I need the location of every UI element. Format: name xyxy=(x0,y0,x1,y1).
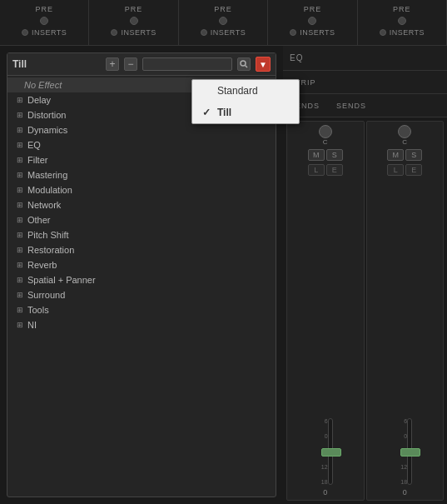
list-item[interactable]: ⊞ Mastering xyxy=(7,167,276,182)
search-bar[interactable] xyxy=(142,57,232,71)
scale-tick-1a: 6 xyxy=(321,418,328,424)
sends-row: SENDS SENDS xyxy=(283,94,447,117)
list-item[interactable]: ⊞ EQ xyxy=(7,137,276,152)
pan-value-2: C xyxy=(398,138,411,146)
e-button-2[interactable]: E xyxy=(405,164,422,176)
m-button-1[interactable]: M xyxy=(308,149,325,161)
knob-area-1: C xyxy=(319,125,332,146)
right-panel: EQ STRIP SENDS SENDS C M xyxy=(283,46,447,504)
le-row-2: L E xyxy=(387,164,422,176)
l-button-1[interactable]: L xyxy=(308,164,325,176)
list-item[interactable]: ⊞ Network xyxy=(7,197,276,212)
expand-icon: ⊞ xyxy=(14,214,26,226)
pre-label-3: PRE xyxy=(214,5,232,13)
fader-track-2[interactable] xyxy=(407,418,412,485)
fader-handle-2[interactable] xyxy=(400,448,420,457)
channel-col-2: PRE INSERTS xyxy=(89,0,178,45)
pan-value-1: C xyxy=(319,138,332,146)
expand-icon: ⊞ xyxy=(14,199,26,211)
pan-knob-2[interactable] xyxy=(398,125,411,138)
item-label: EQ xyxy=(27,140,41,150)
channel-strip-1: C M S L E 6 0 6 12 18 xyxy=(286,121,365,501)
no-effect-label: No Effect xyxy=(24,80,62,90)
expand-icon: ⊞ xyxy=(14,184,26,196)
list-item[interactable]: ⊞ Dynamics xyxy=(7,122,276,137)
svg-line-1 xyxy=(246,66,248,68)
item-label: Restoration xyxy=(27,245,74,255)
pre-dot-2[interactable] xyxy=(130,17,138,25)
volume-display-1: 0 xyxy=(323,488,327,497)
add-button[interactable]: + xyxy=(106,57,119,71)
dropdown-item-till[interactable]: ✓ Till xyxy=(192,102,299,123)
expand-icon: ⊞ xyxy=(14,229,26,241)
check-mark-till: ✓ xyxy=(202,107,212,118)
pre-dot-5[interactable] xyxy=(398,17,406,25)
item-label: Delay xyxy=(27,95,51,105)
item-label: Reverb xyxy=(27,260,57,270)
list-item[interactable]: ⊞ Reverb xyxy=(7,257,276,272)
e-button-1[interactable]: E xyxy=(326,164,343,176)
pre-label-1: PRE xyxy=(35,5,53,13)
list-item[interactable]: ⊞ Restoration xyxy=(7,242,276,257)
pre-dot-4[interactable] xyxy=(308,17,316,25)
pre-dot-3[interactable] xyxy=(219,17,227,25)
insert-dot-3[interactable] xyxy=(201,29,207,36)
pre-dot-1[interactable] xyxy=(40,17,48,25)
left-panel: Till + − ▼ No Effect ⊞ Delay xyxy=(0,46,283,504)
dropdown-menu: Standard ✓ Till xyxy=(191,79,300,124)
dropdown-button[interactable]: ▼ xyxy=(256,57,271,72)
scale-tick-1e: 18 xyxy=(321,479,328,485)
list-item[interactable]: ⊞ Filter xyxy=(7,152,276,167)
item-label: Spatial + Panner xyxy=(27,275,96,285)
item-label: Modulation xyxy=(27,185,72,195)
dropdown-label-standard: Standard xyxy=(217,85,258,97)
remove-button[interactable]: − xyxy=(124,57,137,71)
insert-dot-4[interactable] xyxy=(290,29,296,36)
item-label: Network xyxy=(27,200,61,210)
browser-header: Till + − ▼ xyxy=(7,53,276,76)
list-item[interactable]: ⊞ Tools xyxy=(7,302,276,317)
expand-icon: ⊞ xyxy=(14,274,26,286)
inserts-label-5: INSERTS xyxy=(390,28,425,37)
scale-tick-2b: 0 xyxy=(400,433,407,439)
expand-icon: ⊞ xyxy=(14,244,26,256)
m-button-2[interactable]: M xyxy=(387,149,404,161)
expand-icon: ⊞ xyxy=(14,319,26,331)
msel-row-2: M S xyxy=(387,149,422,161)
scale-tick-2e: 18 xyxy=(400,479,407,485)
knob-area-2: C xyxy=(398,125,411,146)
insert-dot-2[interactable] xyxy=(111,29,117,36)
plugin-list: No Effect ⊞ Delay ⊞ Distortion ⊞ Dynamic… xyxy=(7,76,276,497)
channel-controls: C M S L E 6 0 6 12 18 xyxy=(283,117,447,504)
pan-knob-1[interactable] xyxy=(319,125,332,138)
s-button-2[interactable]: S xyxy=(405,149,422,161)
dropdown-item-standard[interactable]: Standard xyxy=(192,80,299,102)
scale-tick-1d: 12 xyxy=(321,464,328,470)
s-button-1[interactable]: S xyxy=(326,149,343,161)
msel-row-1: M S xyxy=(308,149,343,161)
le-row-1: L E xyxy=(308,164,343,176)
search-icon[interactable] xyxy=(237,57,251,71)
insert-dot-5[interactable] xyxy=(380,29,386,36)
l-button-2[interactable]: L xyxy=(387,164,404,176)
list-item[interactable]: ⊞ Other xyxy=(7,212,276,227)
list-item[interactable]: ⊞ Modulation xyxy=(7,182,276,197)
list-item[interactable]: ⊞ Spatial + Panner xyxy=(7,272,276,287)
fader-track-1[interactable] xyxy=(328,418,333,485)
expand-icon: ⊞ xyxy=(14,124,26,136)
list-item[interactable]: ⊞ NI xyxy=(7,317,276,332)
inserts-label-1: INSERTS xyxy=(32,28,67,37)
channel-col-1: PRE INSERTS xyxy=(0,0,89,45)
right-top: EQ STRIP SENDS SENDS xyxy=(283,46,447,117)
list-item[interactable]: ⊞ Surround xyxy=(7,287,276,302)
fader-handle-1[interactable] xyxy=(321,448,341,457)
check-mark-standard xyxy=(202,85,212,97)
svg-point-0 xyxy=(241,61,246,66)
item-label: Mastering xyxy=(27,170,67,180)
insert-dot-1[interactable] xyxy=(22,29,28,36)
expand-icon: ⊞ xyxy=(14,259,26,271)
item-label: Dynamics xyxy=(27,125,67,135)
dropdown-label-till: Till xyxy=(217,107,231,118)
list-item[interactable]: ⊞ Pitch Shift xyxy=(7,227,276,242)
eq-label: EQ xyxy=(290,53,303,62)
